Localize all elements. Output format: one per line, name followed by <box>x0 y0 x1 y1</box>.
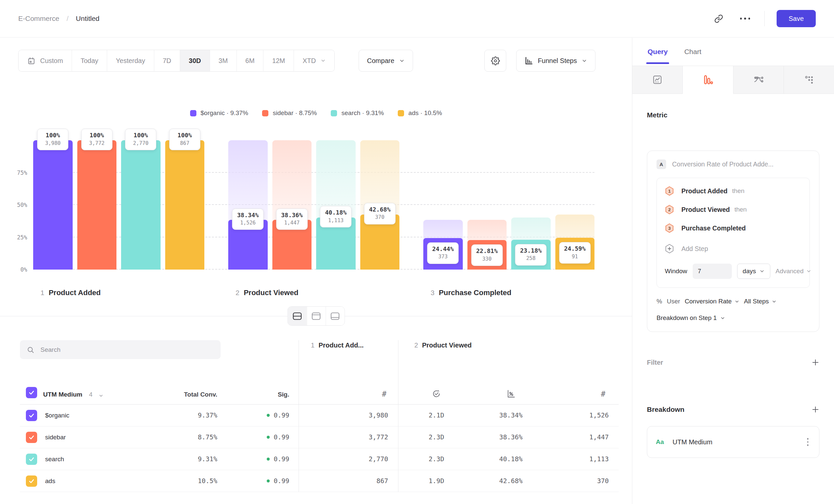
bar-percent: 24.44% <box>432 245 454 253</box>
funnel-bar-organic[interactable]: 100% 3,980 <box>33 140 73 270</box>
filter-heading: Filter <box>647 359 663 366</box>
window-value-input[interactable] <box>693 264 732 279</box>
bar-percent: 40.18% <box>325 209 347 216</box>
segment-name[interactable]: search <box>45 456 64 463</box>
select-all-checkbox[interactable] <box>26 387 37 398</box>
item-menu-button[interactable] <box>805 436 811 448</box>
add-filter-button[interactable] <box>811 359 819 366</box>
funnel-bar-organic[interactable]: 24.44% 373 <box>423 140 463 270</box>
breadcrumb-board[interactable]: E-Commerce <box>18 15 59 23</box>
report-title[interactable]: Untitled <box>76 15 100 23</box>
range-custom[interactable]: Custom <box>19 50 72 71</box>
chart-settings-button[interactable] <box>484 50 506 72</box>
funnel-bar-sidebar[interactable]: 38.36% 1,447 <box>272 140 312 270</box>
funnel-bar-ads[interactable]: 100% 867 <box>165 140 205 270</box>
panel-content: Metric A Conversion Rate of Product Adde… <box>632 111 834 458</box>
tab-query[interactable]: Query <box>648 48 668 56</box>
search-input[interactable] <box>40 346 214 354</box>
steps-scope-dropdown[interactable]: All Steps <box>744 298 776 305</box>
step-number: 3 <box>431 289 435 297</box>
range-3m[interactable]: 3M <box>210 50 237 71</box>
tab-flows[interactable] <box>733 66 784 94</box>
range-today[interactable]: Today <box>72 50 107 71</box>
y-axis-tick: 50% <box>17 202 27 208</box>
row-checkbox[interactable] <box>26 476 37 487</box>
funnel-bar-ads[interactable]: 42.68% 370 <box>360 140 400 270</box>
chart-view-selector[interactable]: Funnel Steps <box>516 50 595 72</box>
breakdown-on-step-dropdown[interactable]: Breakdown on Step 1 <box>657 314 810 322</box>
add-step-button[interactable]: Add Step <box>665 244 802 254</box>
legend-item[interactable]: $organic · 9.37% <box>190 109 248 117</box>
legend-label: ads · 10.5% <box>409 109 442 117</box>
group-step-number: 1 <box>311 342 314 349</box>
row-checkbox[interactable] <box>26 432 37 443</box>
bar-label: 24.59% 91 <box>559 242 591 264</box>
layout-chart-only-button[interactable] <box>307 307 325 325</box>
save-button[interactable]: Save <box>776 10 816 27</box>
layout-table-only-button[interactable] <box>325 307 344 325</box>
segment-name[interactable]: $organic <box>45 412 69 419</box>
range-6m[interactable]: 6M <box>237 50 263 71</box>
step-number: 2 <box>236 289 240 297</box>
funnel-bar-sidebar[interactable]: 22.81% 330 <box>467 140 507 270</box>
step1-count-header[interactable]: # <box>299 365 398 405</box>
step2-time-header[interactable] <box>398 365 475 405</box>
breadcrumb: E-Commerce / Untitled <box>18 15 100 23</box>
breakdown-column-label[interactable]: UTM Medium <box>43 391 82 398</box>
step2-rate-value: 38.36% <box>475 427 547 448</box>
compare-button[interactable]: Compare <box>359 50 413 72</box>
step-row-1[interactable]: 1 Product Added then <box>665 186 802 196</box>
tab-funnels[interactable] <box>683 66 733 94</box>
step-label-3: 3 Purchase Completed <box>423 289 594 297</box>
segment-name[interactable]: ads <box>45 478 56 485</box>
tab-chart[interactable]: Chart <box>684 48 701 56</box>
add-breakdown-button[interactable] <box>811 406 819 413</box>
advanced-toggle[interactable]: Advanced <box>776 268 812 275</box>
metric-type-dropdown[interactable]: Conversion Rate <box>685 298 740 305</box>
step-labels: 1 Product Added 2 Product Viewed 3 Purch… <box>33 289 594 297</box>
legend-item[interactable]: ads · 10.5% <box>398 109 442 117</box>
step2-rate-header[interactable] <box>475 365 547 405</box>
range-30d[interactable]: 30D <box>180 50 210 71</box>
row-checkbox[interactable] <box>26 454 37 465</box>
step-row-3[interactable]: 3 Purchase Completed <box>665 223 802 233</box>
funnel-bar-search[interactable]: 40.18% 1,113 <box>316 140 356 270</box>
row-checkbox[interactable] <box>26 410 37 421</box>
range-yesterday[interactable]: Yesterday <box>107 50 154 71</box>
breakdown-on-label: Breakdown on Step 1 <box>657 314 717 322</box>
metric-badge: A <box>657 160 666 169</box>
legend-label: search · 9.31% <box>342 109 384 117</box>
breakdown-item[interactable]: Aa UTM Medium <box>647 426 819 458</box>
copy-link-button[interactable] <box>711 11 726 26</box>
svg-text:1: 1 <box>668 189 671 193</box>
step2-count-header[interactable]: # <box>547 365 619 405</box>
funnel-bar-organic[interactable]: 38.34% 1,526 <box>228 140 268 270</box>
bar-count: 1,113 <box>325 217 347 224</box>
funnel-bar-ads[interactable]: 24.59% 91 <box>555 140 595 270</box>
breakdown-count: 4 <box>89 391 92 398</box>
significance-header[interactable]: Sig. <box>229 365 299 405</box>
step-event-name: Product Added <box>681 187 727 195</box>
range-xtd[interactable]: XTD <box>293 50 334 71</box>
bar-count: 3,980 <box>42 140 63 146</box>
layout-split-button[interactable] <box>288 307 307 325</box>
segment-name[interactable]: sidebar <box>45 434 66 441</box>
step-row-2[interactable]: 2 Product Viewed then <box>665 205 802 214</box>
legend-swatch <box>398 110 404 116</box>
metric-title-row[interactable]: A Conversion Rate of Product Adde... <box>657 160 810 169</box>
funnel-bar-sidebar[interactable]: 100% 3,772 <box>77 140 117 270</box>
range-12m[interactable]: 12M <box>263 50 293 71</box>
legend-item[interactable]: search · 9.31% <box>331 109 384 117</box>
legend-item[interactable]: sidebar · 8.75% <box>262 109 317 117</box>
chevron-down-icon[interactable] <box>98 393 104 398</box>
window-unit-select[interactable]: days <box>737 264 770 279</box>
funnel-bar-search[interactable]: 23.18% 258 <box>511 140 551 270</box>
top-bar: E-Commerce / Untitled Save <box>0 0 834 38</box>
funnel-bar-search[interactable]: 100% 2,770 <box>121 140 160 270</box>
total-conv-header[interactable]: Total Conv. <box>162 365 229 405</box>
tab-retention[interactable] <box>784 66 834 94</box>
more-menu-button[interactable] <box>738 11 752 26</box>
funnel-chart: 75% 50% 25% 0% 100% 3,980 <box>33 140 594 270</box>
tab-insights[interactable] <box>632 66 683 94</box>
range-7d[interactable]: 7D <box>154 50 180 71</box>
